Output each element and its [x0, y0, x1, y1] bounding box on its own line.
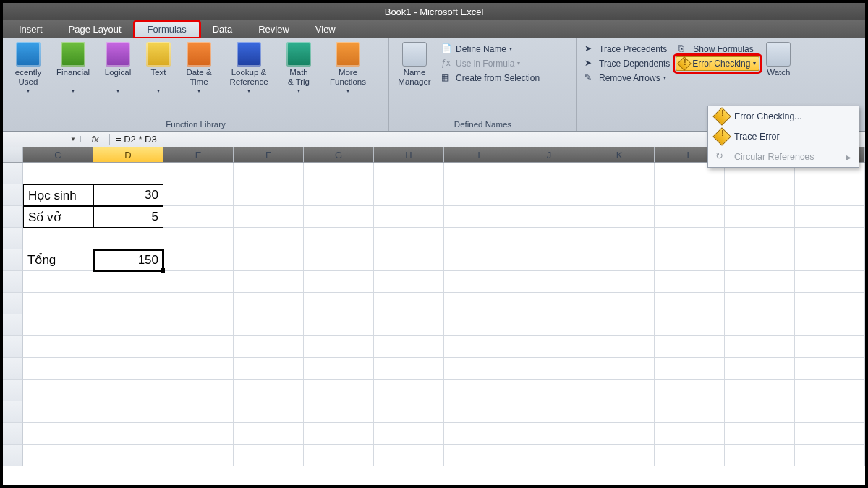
cell[interactable] [655, 401, 725, 423]
menu-circular-references[interactable]: ↻Circular References▶ [708, 147, 859, 167]
cell[interactable] [725, 271, 795, 293]
cell[interactable] [93, 336, 163, 358]
name-manager-button[interactable]: Name Manager [393, 40, 435, 87]
cell[interactable] [374, 314, 444, 336]
cell[interactable] [444, 293, 514, 314]
cell[interactable] [725, 423, 795, 445]
cell[interactable] [725, 401, 795, 423]
cell[interactable] [584, 358, 655, 380]
cell[interactable] [444, 336, 514, 358]
row-header[interactable] [3, 249, 23, 271]
row-header[interactable] [3, 336, 23, 358]
cell[interactable] [234, 380, 304, 401]
cell[interactable] [304, 358, 374, 380]
cell[interactable] [514, 163, 584, 184]
use-in-formula-button[interactable]: ƒxUse in Formula ▾ [438, 56, 542, 71]
cell[interactable] [234, 163, 304, 184]
cell-D5-active[interactable]: 150 [93, 249, 163, 271]
cell[interactable] [795, 445, 865, 466]
cell[interactable] [444, 445, 514, 466]
tab-formulas[interactable]: Formulas [135, 21, 200, 38]
cell[interactable] [725, 336, 795, 358]
cell[interactable] [584, 271, 655, 293]
cell[interactable] [725, 293, 795, 314]
cell[interactable] [795, 336, 865, 358]
col-H[interactable]: H [374, 147, 444, 162]
cell[interactable] [514, 401, 584, 423]
cell[interactable] [795, 206, 865, 228]
cell[interactable] [514, 228, 584, 249]
cell-C3[interactable]: Số vở [23, 206, 93, 228]
cell[interactable] [234, 249, 304, 271]
cell[interactable] [93, 163, 163, 184]
cell[interactable] [234, 206, 304, 228]
cell[interactable] [23, 423, 93, 445]
cell[interactable] [584, 336, 655, 358]
watch-window-button[interactable]: Watch [762, 40, 794, 77]
cell[interactable] [374, 423, 444, 445]
cell[interactable] [163, 401, 234, 423]
cell[interactable] [23, 401, 93, 423]
cell[interactable] [163, 445, 234, 466]
row-header[interactable] [3, 206, 23, 228]
cell[interactable] [655, 423, 725, 445]
cell[interactable] [163, 423, 234, 445]
cell[interactable] [374, 163, 444, 184]
cell[interactable] [655, 293, 725, 314]
row-header[interactable] [3, 380, 23, 401]
cell[interactable] [444, 249, 514, 271]
cell[interactable] [304, 380, 374, 401]
cell[interactable] [374, 271, 444, 293]
tab-insert[interactable]: Insert [6, 21, 56, 38]
cell[interactable] [374, 228, 444, 249]
cell[interactable] [93, 271, 163, 293]
cell[interactable] [374, 358, 444, 380]
row-header[interactable] [3, 358, 23, 380]
cell[interactable] [795, 380, 865, 401]
col-F[interactable]: F [234, 147, 304, 162]
col-C[interactable]: C [23, 147, 93, 162]
cell[interactable] [23, 336, 93, 358]
cell[interactable] [304, 445, 374, 466]
financial-button[interactable]: Financial▾ [52, 40, 94, 96]
lookup-reference-button[interactable]: Lookup & Reference ▾ [223, 40, 275, 96]
cell[interactable] [514, 380, 584, 401]
cell[interactable] [234, 314, 304, 336]
row-header[interactable] [3, 184, 23, 206]
name-box[interactable]: ▼ [3, 136, 81, 142]
text-button[interactable]: Text▾ [142, 40, 175, 96]
define-name-button[interactable]: 📄Define Name ▾ [438, 42, 542, 56]
row-header[interactable] [3, 163, 23, 184]
cell[interactable] [795, 228, 865, 249]
cell[interactable] [444, 206, 514, 228]
cell[interactable] [655, 314, 725, 336]
cell[interactable] [655, 184, 725, 206]
cell[interactable] [584, 380, 655, 401]
col-J[interactable]: J [514, 147, 584, 162]
cell[interactable] [374, 249, 444, 271]
cell[interactable] [514, 249, 584, 271]
cell[interactable] [374, 445, 444, 466]
cell[interactable] [514, 423, 584, 445]
tab-page-layout[interactable]: Page Layout [56, 21, 135, 38]
cell[interactable] [444, 314, 514, 336]
col-D[interactable]: D [93, 147, 163, 162]
cell[interactable] [304, 423, 374, 445]
cell[interactable] [795, 401, 865, 423]
remove-arrows-button[interactable]: ✎Remove Arrows ▾ [582, 71, 673, 85]
fx-label[interactable]: fx [81, 134, 110, 145]
cell[interactable] [374, 380, 444, 401]
cell[interactable] [304, 336, 374, 358]
cell[interactable] [93, 314, 163, 336]
row-header[interactable] [3, 271, 23, 293]
cell[interactable] [163, 249, 234, 271]
row-header[interactable] [3, 401, 23, 423]
cell[interactable] [93, 423, 163, 445]
trace-precedents-button[interactable]: ➤Trace Precedents [582, 42, 673, 56]
create-from-selection-button[interactable]: ▦Create from Selection [438, 71, 542, 85]
cell[interactable] [655, 380, 725, 401]
recently-used-button[interactable]: ecently Used ▾ [7, 40, 49, 96]
cell[interactable] [304, 249, 374, 271]
cell[interactable] [444, 271, 514, 293]
cell[interactable] [374, 401, 444, 423]
